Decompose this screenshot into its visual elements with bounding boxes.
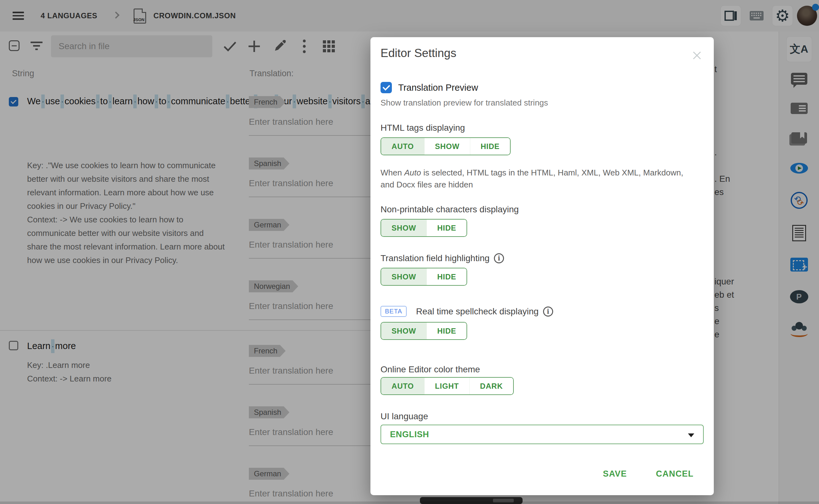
html-tags-show-button[interactable]: SHOW — [424, 138, 470, 155]
non-printable-hide-button[interactable]: HIDE — [427, 220, 467, 236]
spellcheck-segmented-control: SHOW HIDE — [381, 322, 467, 340]
translation-preview-helper: Show translation preview for translated … — [381, 98, 704, 108]
dialog-title: Editor Settings — [381, 47, 704, 60]
translation-preview-label: Translation Preview — [398, 83, 478, 93]
html-tags-note: When Auto is selected, HTML tags in the … — [381, 167, 696, 191]
theme-auto-button[interactable]: AUTO — [381, 378, 424, 394]
spellcheck-show-button[interactable]: SHOW — [381, 323, 427, 339]
theme-light-button[interactable]: LIGHT — [424, 378, 469, 394]
html-tags-heading: HTML tags displaying — [381, 123, 704, 133]
html-tags-hide-button[interactable]: HIDE — [470, 138, 510, 155]
theme-dark-button[interactable]: DARK — [469, 378, 513, 394]
spellcheck-heading: BETA Real time spellcheck displaying i — [381, 306, 704, 317]
editor-settings-dialog: Editor Settings Translation Preview Show… — [370, 37, 714, 495]
close-icon[interactable] — [691, 50, 702, 61]
ui-language-label: UI language — [381, 411, 704, 421]
beta-badge: BETA — [381, 306, 407, 317]
non-printable-show-button[interactable]: SHOW — [381, 220, 427, 236]
translation-preview-checkbox[interactable] — [381, 82, 392, 93]
ui-language-value: ENGLISH — [390, 430, 429, 439]
caret-down-icon — [688, 433, 694, 437]
field-highlighting-show-button[interactable]: SHOW — [381, 268, 427, 285]
spellcheck-hide-button[interactable]: HIDE — [427, 323, 467, 339]
non-printable-heading: Non-printable characters displaying — [381, 204, 704, 215]
color-theme-segmented-control: AUTO LIGHT DARK — [381, 377, 514, 395]
field-highlighting-hide-button[interactable]: HIDE — [427, 268, 467, 285]
field-highlighting-segmented-control: SHOW HIDE — [381, 268, 467, 286]
ui-language-select[interactable]: ENGLISH — [381, 425, 704, 444]
html-tags-segmented-control: AUTO SHOW HIDE — [381, 137, 511, 155]
dialog-actions: SAVE CANCEL — [603, 469, 694, 479]
field-highlighting-heading: Translation field highlighting i — [381, 253, 704, 263]
cancel-button[interactable]: CANCEL — [656, 469, 694, 479]
html-tags-auto-button[interactable]: AUTO — [381, 138, 424, 155]
save-button[interactable]: SAVE — [603, 469, 627, 479]
color-theme-heading: Online Editor color theme — [381, 364, 704, 375]
translation-preview-row: Translation Preview — [381, 82, 704, 93]
non-printable-segmented-control: SHOW HIDE — [381, 219, 467, 237]
info-icon[interactable]: i — [494, 253, 504, 263]
info-icon[interactable]: i — [543, 306, 553, 317]
